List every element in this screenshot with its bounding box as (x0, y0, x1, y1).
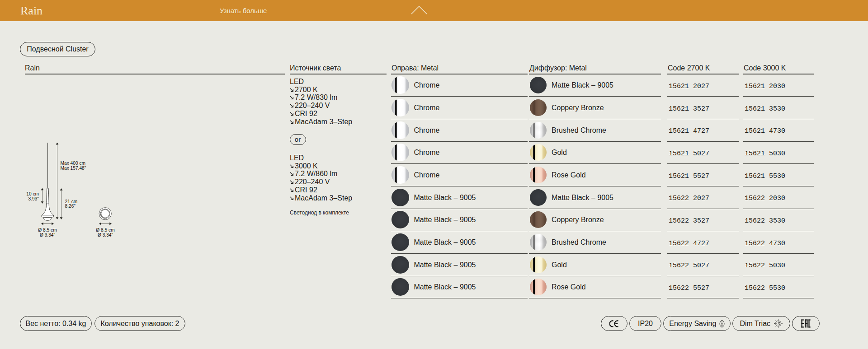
svg-text:10 cm: 10 cm (26, 191, 39, 196)
svg-text:Ø 8.5 cm: Ø 8.5 cm (96, 228, 114, 233)
svg-text:Max 157.48": Max 157.48" (61, 166, 86, 171)
svg-text:3.93": 3.93" (28, 196, 39, 201)
svg-text:Ø 8.5 cm: Ø 8.5 cm (38, 228, 57, 233)
svg-text:8.26": 8.26" (65, 204, 76, 209)
svg-text:Ø 3.34": Ø 3.34" (98, 233, 113, 237)
svg-text:Max 400 cm: Max 400 cm (61, 161, 85, 166)
svg-text:21 cm: 21 cm (65, 199, 78, 204)
svg-text:Ø 3.34": Ø 3.34" (40, 233, 56, 237)
